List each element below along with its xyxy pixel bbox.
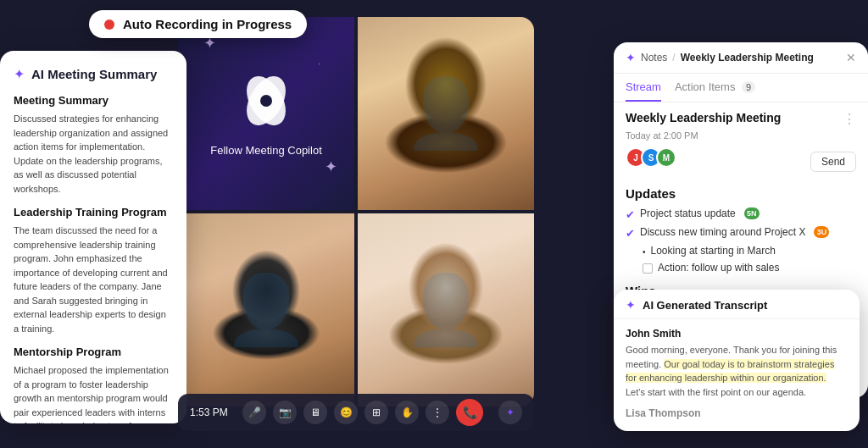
person1-silhouette: 👤 [358,17,534,210]
transcript-speaker2: Lisa Thompson [626,407,848,419]
summary-panel: ✦ AI Meeting Summary Meeting Summary Dis… [0,51,186,423]
notes-tabs: Stream Action Items 9 [614,74,868,102]
avatar-3: M [656,147,676,168]
emoji-button[interactable]: 😊 [334,401,358,424]
copilot-cell: ✦ ✦ · Fellow Meeting Copilot [178,17,354,210]
attendee-avatars: J S M [626,147,671,168]
breadcrumb-notes: Notes [641,52,667,64]
check-icon-1: ✔ [626,208,635,221]
send-button[interactable]: Send [810,152,856,172]
mic-button[interactable]: 🎤 [242,401,266,424]
summary-section2-title: Leadership Training Program [14,206,173,218]
fellow-icon: ✦ [506,407,515,418]
transcript-header: ✦ AI Generated Transcript [614,290,860,319]
summary-header: ✦ AI Meeting Summary [14,66,173,82]
breadcrumb-meeting: Weekly Leadership Meeting [681,52,814,64]
more-button[interactable]: ⋮ [426,401,449,424]
hand-button[interactable]: ✋ [395,401,419,424]
notes-logo-icon: ✦ [626,51,636,64]
mic-icon: 🎤 [248,407,261,418]
layout-icon: ⊞ [372,407,381,418]
person3-cell: 👤 [358,213,534,407]
section-updates: Updates [626,186,856,201]
hand-icon: ✋ [401,407,414,418]
item1-badge: 5N [744,207,760,219]
update-item-4: Action: follow up with sales [626,262,856,274]
avatars-send-row: J S M Send [626,147,856,176]
meeting-title: Weekly Leadership Meeting [626,111,781,124]
video-button[interactable]: 📷 [273,401,297,424]
notes-header: ✦ Notes / Weekly Leadership Meeting ✕ [614,42,868,74]
summary-title: AI Meeting Summary [31,67,157,81]
summary-section1-title: Meeting Summary [14,94,173,107]
tab-action-items[interactable]: Action Items 9 [675,80,755,102]
breadcrumb-separator: / [672,52,675,64]
update-item-1-text: Project status update [640,207,736,219]
end-call-icon: 📞 [463,406,477,419]
checkbox-item-4[interactable] [643,263,653,274]
transcript-body: John Smith Good morning, everyone. Thank… [614,319,860,431]
video-grid: ✦ ✦ · Fellow Meeting Copilot 👤 👤 👤 [178,17,534,407]
transcript-ai-icon: ✦ [626,298,636,312]
person2-cell: 👤 [178,213,354,407]
copilot-logo [236,71,296,134]
tab-stream[interactable]: Stream [626,80,661,102]
person2-silhouette: 👤 [178,213,354,407]
update-item-2: ✔ Discuss new timing around Project X 3U [626,226,856,240]
update-item-2-text: Discuss new timing around Project X [640,226,805,238]
meeting-options-button[interactable]: ⋮ [843,111,856,127]
layout-button[interactable]: ⊞ [364,401,388,424]
recording-dot [104,19,114,30]
toolbar-right: ✦ [498,401,522,424]
meeting-time-display: 1:53 PM [190,407,228,418]
copilot-label: Fellow Meeting Copilot [210,144,322,157]
emoji-icon: 😊 [340,407,353,418]
screen-share-button[interactable]: 🖥 [303,401,327,424]
sparkle-icon-3: · [318,59,320,69]
tab-action-items-label: Action Items [675,80,736,93]
svg-point-2 [260,95,272,107]
more-icon: ⋮ [432,407,442,418]
toolbar-controls: 🎤 📷 🖥 😊 ⊞ ✋ ⋮ 📞 [242,399,483,426]
item2-badge: 3U [814,226,829,238]
summary-section3-text: Michael proposed the implementation of a… [14,363,173,423]
video-icon: 📷 [279,407,292,418]
update-item-3: • Looking at starting in March [626,245,856,257]
notes-breadcrumb: ✦ Notes / Weekly Leadership Meeting [626,51,814,64]
screen-icon: 🖥 [310,407,320,418]
update-item-1: ✔ Project status update 5N [626,207,856,221]
fellow-button[interactable]: ✦ [498,401,522,424]
bullet-icon-3: • [643,247,646,257]
transcript-text: Good morning, everyone. Thank you for jo… [626,343,848,399]
check-icon-2: ✔ [626,227,635,240]
update-item-3-text: Looking at starting in March [651,245,776,257]
sparkle-icon-2: ✦ [325,158,337,176]
recording-label: Auto Recording in Progress [123,17,292,31]
notes-close-button[interactable]: ✕ [846,51,856,64]
transcript-text-normal2: Let's start with the first point on our … [626,387,806,397]
transcript-speaker: John Smith [626,328,848,340]
summary-section3-title: Mentorship Program [14,346,173,358]
summary-section1-text: Discussed strategies for enhancing leade… [14,112,173,196]
tab-stream-label: Stream [626,80,661,93]
meeting-title-row: Weekly Leadership Meeting ⋮ [626,111,856,127]
transcript-panel: ✦ AI Generated Transcript John Smith Goo… [614,290,860,431]
action-items-badge: 9 [742,81,755,93]
end-call-button[interactable]: 📞 [456,399,483,426]
summary-section2-text: The team discussed the need for a compre… [14,224,173,335]
person3-silhouette: 👤 [358,213,534,407]
transcript-title: AI Generated Transcript [643,299,767,312]
meeting-time: Today at 2:00 PM [626,130,856,141]
ai-icon: ✦ [14,66,25,82]
person1-cell: 👤 [358,17,534,210]
video-toolbar: 1:53 PM 🎤 📷 🖥 😊 ⊞ ✋ ⋮ 📞 ✦ [178,394,534,431]
recording-badge: Auto Recording in Progress [89,10,307,38]
update-item-4-text: Action: follow up with sales [658,262,779,274]
